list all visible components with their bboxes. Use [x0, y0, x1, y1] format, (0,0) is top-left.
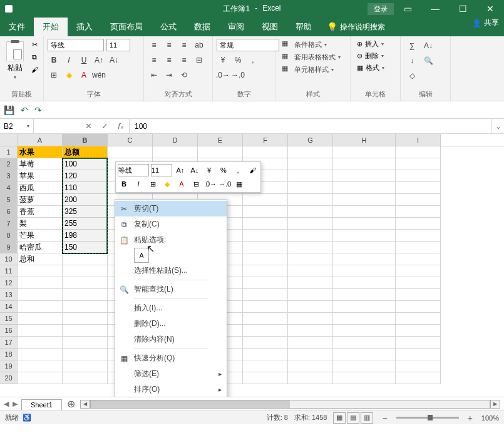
row-header[interactable]: 3 [0, 170, 18, 182]
cell[interactable]: 100 [63, 158, 108, 170]
row-header[interactable]: 2 [0, 158, 18, 170]
mini-font-color-icon[interactable]: A [175, 178, 188, 190]
mini-decrease-font-icon[interactable]: A↓ [188, 164, 201, 176]
mini-currency-icon[interactable]: ¥ [203, 164, 215, 176]
row-header[interactable]: 10 [0, 253, 18, 265]
cell[interactable] [396, 230, 441, 242]
spreadsheet-grid[interactable]: A B C D E F G H I 1水果总额2草莓1003苹果1204西瓜11… [0, 134, 504, 397]
mini-border-icon[interactable]: ⊞ [147, 178, 159, 190]
cell[interactable]: 梨 [18, 218, 63, 230]
cell[interactable]: 哈密瓜 [18, 242, 63, 253]
increase-indent-icon[interactable]: ⇥ [163, 69, 175, 81]
cell[interactable] [63, 360, 108, 372]
merge-icon[interactable]: ⊟ [193, 54, 205, 66]
align-middle-icon[interactable]: ≡ [163, 39, 175, 51]
tab-view[interactable]: 视图 [253, 18, 287, 36]
cell[interactable]: 325 [63, 206, 108, 218]
cancel-formula-icon[interactable]: ✕ [80, 119, 96, 133]
row-header[interactable]: 7 [0, 218, 18, 230]
cell[interactable] [243, 218, 288, 230]
phonetic-icon[interactable]: wén [93, 69, 105, 81]
sheet-nav-next-icon[interactable]: ▶ [13, 400, 18, 408]
tab-formulas[interactable]: 公式 [152, 18, 185, 36]
decrease-decimal-icon[interactable]: →.0 [232, 69, 244, 81]
fill-color-icon[interactable]: ◆ [63, 69, 75, 81]
increase-font-icon[interactable]: A↑ [93, 54, 105, 66]
cell[interactable] [396, 218, 441, 230]
cell[interactable]: 菠萝 [18, 194, 63, 206]
font-color-icon[interactable]: A [78, 69, 90, 81]
cell[interactable] [288, 158, 333, 170]
cell[interactable] [396, 325, 441, 337]
page-break-view-icon[interactable]: ▥ [361, 412, 373, 424]
fill-icon[interactable]: ↓ [406, 54, 418, 67]
cell[interactable] [243, 277, 288, 289]
cell[interactable]: 200 [63, 194, 108, 206]
format-painter-icon[interactable]: 🖌 [29, 64, 40, 75]
cell[interactable] [243, 206, 288, 218]
cell[interactable] [243, 230, 288, 242]
row-header[interactable]: 20 [0, 372, 18, 384]
insert-function-icon[interactable]: fₓ [113, 119, 129, 133]
mini-italic-icon[interactable]: I [132, 178, 145, 190]
col-header-c[interactable]: C [108, 134, 153, 146]
normal-view-icon[interactable]: ▦ [333, 412, 346, 424]
cell[interactable] [396, 289, 441, 301]
cell[interactable] [243, 265, 288, 277]
cell[interactable] [396, 265, 441, 277]
border-icon[interactable]: ⊞ [48, 69, 60, 81]
cell[interactable] [333, 182, 396, 194]
number-format-select[interactable] [217, 39, 279, 51]
tab-data[interactable]: 数据 [185, 18, 219, 36]
cell[interactable] [288, 170, 333, 182]
cell[interactable] [396, 158, 441, 170]
cell[interactable] [63, 277, 108, 289]
cell[interactable] [396, 277, 441, 289]
cell[interactable] [333, 301, 396, 313]
cell[interactable] [63, 325, 108, 337]
find-icon[interactable]: 🔍 [422, 54, 435, 67]
cell[interactable] [288, 194, 333, 206]
cell[interactable] [333, 337, 396, 349]
currency-icon[interactable]: ¥ [217, 54, 229, 66]
cell[interactable] [18, 313, 63, 325]
save-icon[interactable]: 💾 [4, 105, 14, 115]
cell[interactable] [396, 206, 441, 218]
cell[interactable] [288, 301, 333, 313]
cell[interactable]: 水果 [18, 146, 63, 158]
cell[interactable] [333, 170, 396, 182]
cell[interactable] [18, 277, 63, 289]
cell[interactable] [333, 313, 396, 325]
cut-icon[interactable]: ✂ [29, 39, 40, 50]
row-header[interactable]: 19 [0, 360, 18, 372]
cell[interactable]: 110 [63, 182, 108, 194]
zoom-slider[interactable] [396, 417, 459, 419]
mini-font-select[interactable] [118, 164, 149, 176]
menu-copy[interactable]: ⧉复制(C) [115, 216, 227, 232]
align-right-icon[interactable]: ≡ [178, 54, 190, 66]
cell[interactable]: 西瓜 [18, 182, 63, 194]
menu-clear[interactable]: 清除内容(N) [115, 332, 227, 347]
hscroll-track[interactable] [90, 400, 490, 409]
col-header-h[interactable]: H [333, 134, 396, 146]
cell[interactable] [63, 372, 108, 384]
cell[interactable] [288, 146, 333, 158]
hscroll-thumb[interactable] [91, 400, 291, 408]
copy-icon[interactable]: ⧉ [29, 51, 40, 63]
name-box[interactable]: B2 ▾ [0, 119, 34, 133]
mini-dec-decimal-icon[interactable]: →.0 [219, 178, 231, 190]
cell[interactable]: 120 [63, 170, 108, 182]
cell[interactable]: 255 [63, 218, 108, 230]
mini-size-select[interactable] [151, 164, 172, 176]
autosum-icon[interactable]: ∑ [406, 39, 418, 52]
row-header[interactable]: 4 [0, 182, 18, 194]
col-header-b[interactable]: B [63, 134, 108, 146]
cell[interactable] [288, 325, 333, 337]
cell[interactable] [198, 146, 243, 158]
insert-cells-button[interactable]: ⊕插入▾ [354, 39, 396, 49]
cell[interactable] [396, 242, 441, 253]
add-sheet-button[interactable]: ⊕ [62, 398, 80, 410]
share-button[interactable]: 👤 共享 [472, 18, 499, 28]
undo-icon[interactable]: ↶ [21, 105, 28, 115]
cell[interactable] [108, 146, 153, 158]
